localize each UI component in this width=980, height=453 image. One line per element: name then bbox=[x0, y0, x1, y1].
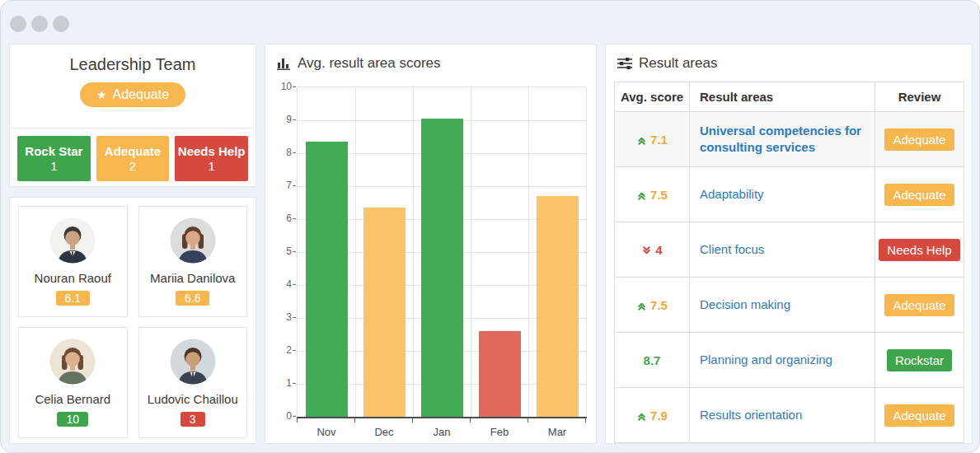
result-areas-table: Avg. scoreResult areasReview 7.1 Univers… bbox=[614, 82, 964, 443]
result-area-link[interactable]: Planning and organizing bbox=[700, 353, 832, 367]
trend-up-icon bbox=[636, 301, 647, 311]
review-cell: Adequate bbox=[875, 278, 964, 333]
result-area-link[interactable]: Client focus bbox=[700, 242, 764, 256]
result-area-link[interactable]: Decision making bbox=[700, 297, 790, 311]
result-area-link[interactable]: Results orientation bbox=[700, 408, 802, 422]
review-badge: Adequate bbox=[884, 184, 954, 206]
x-tick-label: Jan bbox=[413, 426, 471, 438]
review-cell: Adequate bbox=[875, 388, 964, 443]
status-counter-rock-star[interactable]: Rock Star 1 bbox=[17, 136, 91, 181]
y-tick-label: 2 bbox=[267, 344, 292, 356]
table-row: 7.9 Results orientation Adequate bbox=[615, 388, 964, 443]
table-row: 7.5 Adaptability Adequate bbox=[615, 167, 964, 222]
review-cell: Adequate bbox=[875, 112, 964, 167]
counter-label: Needs Help bbox=[175, 143, 248, 159]
table-row: 7.1 Universal competencies for consultin… bbox=[615, 112, 964, 167]
column-header-result-areas: Result areas bbox=[690, 82, 875, 112]
member-card-celia-bernard[interactable]: Celia Bernard 10 bbox=[18, 327, 128, 438]
bar-chart-icon bbox=[277, 58, 291, 70]
member-name: Ludovic Chaillou bbox=[148, 392, 238, 406]
trend-down-icon bbox=[641, 245, 652, 256]
x-tick-label: Dec bbox=[355, 426, 413, 438]
result-area-link[interactable]: Adaptability bbox=[700, 187, 764, 201]
table-row: 7.5 Decision making Adequate bbox=[615, 278, 964, 333]
member-card-mariia-danilova[interactable]: Mariia Danilova 6.6 bbox=[138, 206, 248, 317]
star-icon: ★ bbox=[96, 89, 107, 100]
counter-value: 1 bbox=[175, 159, 248, 174]
bar-Feb[interactable] bbox=[479, 331, 521, 417]
y-tick-label: 4 bbox=[267, 278, 292, 290]
avatar bbox=[170, 217, 216, 264]
member-card-nouran-raouf[interactable]: Nouran Raouf 6.1 bbox=[18, 206, 128, 317]
app-window: Leadership Team ★ Adequate Rock Star 1Ad… bbox=[0, 0, 980, 453]
review-badge: Rockstar bbox=[887, 349, 952, 371]
result-area-cell: Adaptability bbox=[690, 167, 875, 222]
window-controls bbox=[10, 16, 69, 32]
y-tick-label: 7 bbox=[267, 180, 292, 191]
x-tick-label: Nov bbox=[298, 426, 355, 438]
avg-score-cell: 7.1 bbox=[615, 112, 690, 167]
avg-score-cell: 7.5 bbox=[615, 167, 690, 222]
result-area-cell: Client focus bbox=[690, 222, 875, 278]
team-overall-badge: ★ Adequate bbox=[80, 82, 185, 107]
trend-up-icon bbox=[636, 135, 647, 146]
table-row: 8.7 Planning and organizing Rockstar bbox=[615, 333, 964, 388]
window-dot bbox=[31, 16, 48, 32]
avg-score-cell: 7.5 bbox=[615, 278, 690, 333]
review-badge: Needs Help bbox=[879, 239, 959, 261]
trend-up-icon bbox=[636, 411, 647, 422]
members-grid: Nouran Raouf 6.1 Mariia Danilova 6.6 Cel… bbox=[18, 206, 247, 438]
member-name: Mariia Danilova bbox=[150, 271, 235, 285]
avg-score-cell: 8.7 bbox=[615, 333, 690, 388]
status-counter-adequate[interactable]: Adequate 2 bbox=[96, 136, 170, 181]
y-tick-label: 5 bbox=[267, 245, 292, 257]
avg-score-cell: 4 bbox=[615, 222, 690, 278]
y-tick-label: 3 bbox=[267, 311, 292, 323]
sliders-icon bbox=[617, 57, 632, 70]
result-area-cell: Universal competencies for consulting se… bbox=[690, 112, 875, 167]
team-header: Leadership Team ★ Adequate bbox=[10, 44, 256, 128]
review-badge: Adequate bbox=[884, 294, 954, 316]
team-status-counters: Rock Star 1Adequate 2Needs Help 1 bbox=[10, 128, 256, 189]
review-cell: Needs Help bbox=[875, 222, 964, 278]
review-cell: Rockstar bbox=[875, 333, 964, 388]
member-score-badge: 6.6 bbox=[176, 291, 209, 306]
chart-plot-area bbox=[297, 86, 587, 418]
window-dot bbox=[53, 16, 69, 32]
column-header-review: Review bbox=[875, 82, 964, 112]
y-tick-label: 9 bbox=[267, 114, 292, 125]
window-dot bbox=[10, 16, 26, 32]
bar-Jan[interactable] bbox=[421, 119, 463, 417]
team-members-card: Nouran Raouf 6.1 Mariia Danilova 6.6 Cel… bbox=[9, 197, 256, 444]
team-summary-card: Leadership Team ★ Adequate Rock Star 1Ad… bbox=[9, 44, 256, 187]
result-area-link[interactable]: Universal competencies for consulting se… bbox=[700, 124, 861, 154]
counter-label: Rock Star bbox=[17, 143, 91, 159]
x-axis-line bbox=[297, 417, 587, 418]
status-counter-needs-help[interactable]: Needs Help 1 bbox=[175, 136, 248, 181]
member-score-badge: 10 bbox=[57, 412, 88, 427]
x-tick-label: Mar bbox=[528, 426, 586, 438]
table-row: 4 Client focus Needs Help bbox=[615, 222, 964, 278]
member-name: Nouran Raouf bbox=[35, 271, 111, 285]
avatar bbox=[49, 217, 96, 264]
chart-panel: Avg. result area scores 012345678910NovD… bbox=[265, 44, 597, 444]
bar-Dec[interactable] bbox=[363, 208, 406, 417]
member-card-ludovic-chaillou[interactable]: Ludovic Chaillou 3 bbox=[138, 327, 248, 438]
bar-Nov[interactable] bbox=[306, 142, 348, 417]
avatar bbox=[49, 339, 96, 385]
member-score-badge: 6.1 bbox=[56, 291, 90, 306]
counter-value: 1 bbox=[17, 159, 91, 174]
team-overall-label: Adequate bbox=[113, 87, 170, 102]
review-badge: Adequate bbox=[884, 404, 954, 427]
y-tick-label: 0 bbox=[267, 410, 292, 422]
avatar bbox=[170, 339, 216, 385]
member-name: Celia Bernard bbox=[35, 392, 110, 406]
result-areas-panel-title: Result areas bbox=[606, 44, 972, 72]
member-score-badge: 3 bbox=[181, 412, 205, 427]
column-header-avg-score: Avg. score bbox=[615, 82, 690, 112]
y-tick-label: 1 bbox=[267, 377, 292, 389]
result-area-cell: Decision making bbox=[690, 278, 875, 333]
review-badge: Adequate bbox=[884, 128, 954, 151]
team-title: Leadership Team bbox=[10, 55, 256, 74]
bar-Mar[interactable] bbox=[537, 196, 579, 417]
